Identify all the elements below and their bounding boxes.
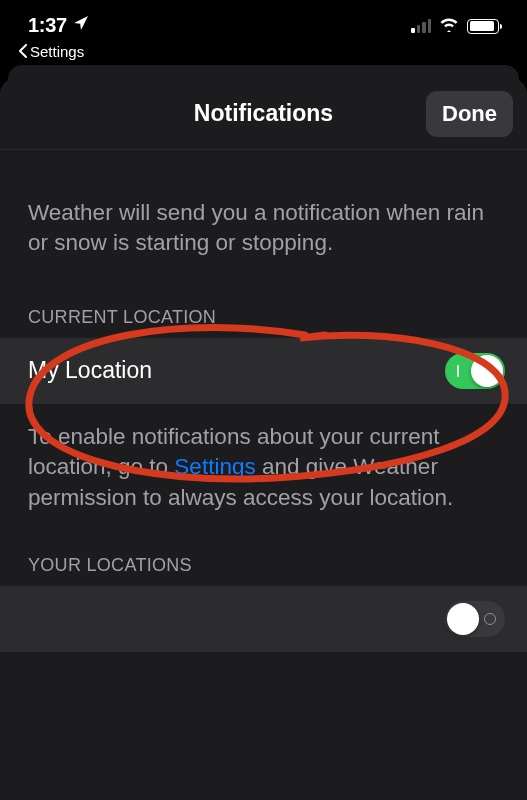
your-location-row [0,586,527,652]
current-location-footer: To enable notifications about your curre… [0,404,527,533]
modal-sheet: Notifications Done Weather will send you… [0,78,527,800]
your-location-toggle[interactable] [445,601,505,637]
location-services-icon [73,15,89,36]
wifi-icon [438,16,460,36]
back-to-app-label: Settings [30,43,84,60]
section-header-your-locations: YOUR LOCATIONS [0,533,527,586]
my-location-row: My Location [0,338,527,404]
back-to-app-breadcrumb[interactable]: Settings [18,41,89,61]
settings-link[interactable]: Settings [174,454,255,479]
sheet-header: Notifications Done [0,78,527,150]
my-location-toggle[interactable] [445,353,505,389]
done-button[interactable]: Done [426,91,513,137]
status-bar: 1:37 Settings [0,0,527,56]
status-time-row: 1:37 [28,14,89,37]
my-location-label: My Location [28,357,152,384]
status-right [411,14,499,36]
intro-description: Weather will send you a notification whe… [0,150,527,289]
section-header-current-location: CURRENT LOCATION [0,289,527,338]
battery-icon [467,19,499,34]
sheet-content: Weather will send you a notification whe… [0,150,527,652]
chevron-left-icon [18,41,28,61]
page-title: Notifications [194,100,333,127]
cellular-signal-icon [411,19,431,33]
status-left: 1:37 Settings [28,14,89,61]
status-time: 1:37 [28,14,67,37]
toggle-knob [447,603,479,635]
toggle-knob [471,355,503,387]
